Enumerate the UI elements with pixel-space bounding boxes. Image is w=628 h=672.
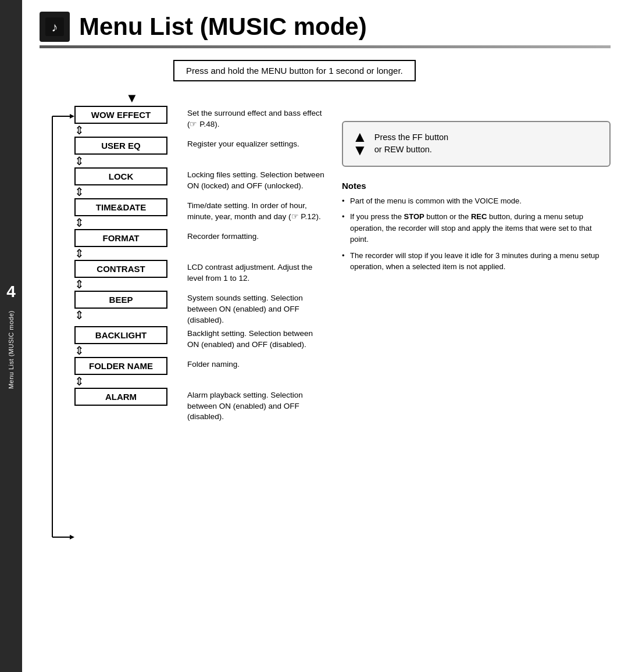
desc-alarm: Alarm playback setting. Selection betwee…: [179, 388, 324, 423]
content-area: ▼: [40, 92, 611, 423]
desc-folder-name: Folder naming.: [179, 357, 324, 370]
desc-timedate: Time/date setting. In order of hour, min…: [179, 198, 324, 223]
header-rule: [40, 45, 611, 48]
note-item-2: If you press the STOP button or the REC …: [342, 211, 611, 245]
flow-lines-svg: [40, 106, 138, 548]
main-content: ♪ Menu List (MUSIC mode) Press and hold …: [22, 0, 628, 434]
desc-format: Recorder formatting.: [179, 229, 324, 242]
page-title: Menu List (MUSIC mode): [79, 13, 367, 41]
ff-arrow-icon: ▲ ▼: [352, 130, 367, 158]
note-item-3: The recorder will stop if you leave it i…: [342, 250, 611, 273]
notes-section: Notes Part of the menu is common with th…: [342, 181, 611, 273]
ff-button-text: Press the FF button or REW button.: [374, 131, 448, 157]
right-section: ▲ ▼ Press the FF button or REW button. N…: [324, 92, 611, 423]
music-icon: ♪: [40, 12, 70, 42]
sidebar-label: Menu List (MUSIC mode): [8, 310, 15, 389]
notes-list: Part of the menu is common with the VOIC…: [342, 195, 611, 273]
sidebar: 4 Menu List (MUSIC mode): [0, 0, 22, 672]
desc-user-eq: Register your equalizer settings.: [179, 137, 324, 150]
rec-bold: REC: [471, 212, 487, 221]
desc-contrast: LCD contrast adjustment. Adjust the leve…: [179, 260, 324, 284]
note-item-1: Part of the menu is common with the VOIC…: [342, 195, 611, 207]
svg-text:♪: ♪: [52, 20, 58, 34]
stop-bold: STOP: [404, 212, 424, 221]
svg-marker-6: [70, 535, 74, 539]
menu-flow-section: ▼: [40, 92, 324, 423]
sidebar-number: 4: [6, 283, 16, 301]
page-header: ♪ Menu List (MUSIC mode): [40, 12, 611, 42]
music-note-icon: ♪: [44, 16, 65, 37]
desc-wow-effect: Set the surround effect and bass effect …: [179, 106, 324, 130]
notes-title: Notes: [342, 181, 611, 191]
ff-button-box: ▲ ▼ Press the FF button or REW button.: [342, 121, 611, 167]
svg-marker-4: [70, 114, 74, 119]
flow-container: WOW EFFECT ⇕ Set the surround effect and…: [40, 106, 324, 423]
page: 4 Menu List (MUSIC mode) ♪ Menu List (MU…: [0, 0, 628, 672]
desc-backlight: Backlight setting. Selection between ON …: [179, 326, 324, 351]
press-hold-instruction: Press and hold the MENU button for 1 sec…: [173, 60, 416, 81]
initial-down-arrow: ▼: [126, 92, 138, 105]
desc-beep: System sounds setting. Selection between…: [179, 291, 324, 326]
desc-lock: Locking files setting. Selection between…: [179, 167, 324, 192]
